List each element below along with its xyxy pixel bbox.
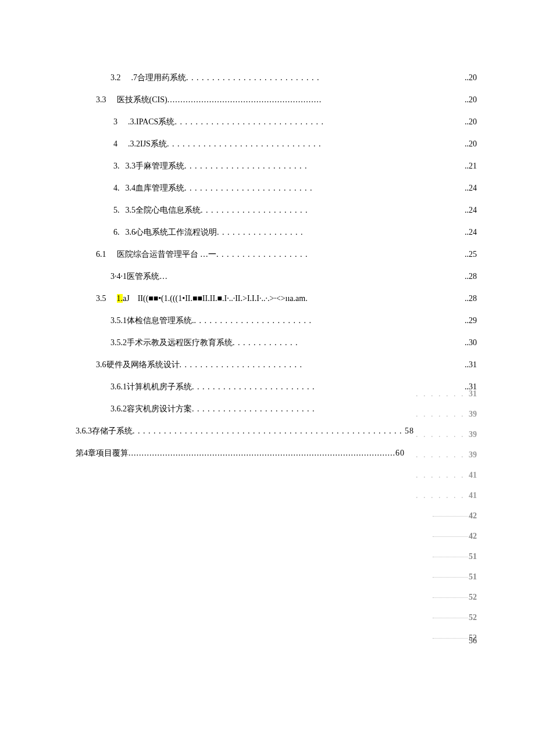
toc-title: 3.3手麻管理系统 (126, 155, 185, 177)
right-page-number: 51 (469, 552, 477, 561)
toc-title: 3.6硬件及网络系统设计 (96, 354, 180, 376)
toc-title: 3.4血库管理系统 (126, 177, 185, 199)
toc-title: 3.6.1计算机机房子系统 (110, 376, 192, 398)
toc-line: 3.6硬件及网络系统设计 . . . . . . . . . . . . . .… (76, 354, 477, 376)
right-page-item: 52 (416, 607, 477, 628)
toc-title: 3·4·1医管系统… (110, 266, 167, 288)
toc-line: 3·4·1医管系统…..28 (76, 266, 477, 288)
toc-page-number: ..24 (465, 177, 477, 199)
toc-prefix: 3.2 (110, 67, 121, 89)
toc-leader-dots: . . . . . . . . . . . . . . . . . . . . … (186, 67, 320, 89)
toc-title: .3.IPACS系统 (128, 111, 174, 133)
toc-line: 3.3.3手麻管理系统 . . . . . . . . . . . . . . … (76, 155, 477, 177)
right-page-number: 31 (469, 389, 477, 398)
toc-title: 3.5全院心电信息系统 (126, 199, 201, 221)
right-page-item: . . . . . . . 41 (416, 485, 477, 506)
leader-line-icon (433, 536, 468, 537)
leader-dots-icon: . . . . . . . (416, 471, 469, 479)
toc-prefix: 5. (113, 199, 120, 221)
toc-highlight: 1. (117, 294, 123, 303)
toc-leader-dots: ........................................… (167, 89, 322, 111)
toc-prefix: 6.1 (96, 243, 106, 266)
right-page-item: 51 (416, 567, 477, 587)
leader-line-icon (433, 577, 468, 578)
right-page-item: 52 (416, 628, 477, 648)
toc-line: 4.3.2IJS系统 . . . . . . . . . . . . . . .… (76, 133, 477, 155)
toc-title: 3.6心电系统工作流程说明 (126, 221, 217, 243)
toc-page-number: ..25 (465, 243, 477, 266)
toc-title: .3.2IJS系统 (128, 133, 167, 155)
toc-leader-dots: ........................................… (129, 442, 405, 464)
toc-leader-dots: . . . . . . . . . . . . . . . . . . . . … (184, 177, 313, 199)
leader-line-icon (433, 516, 468, 517)
toc-leader-dots: . . . . . . . . . . . . . . . . . . . . … (133, 420, 414, 442)
right-page-item: 51 (416, 546, 477, 567)
right-page-number: 51 (469, 572, 477, 581)
toc-leader-dots: . . . . . . . . . . . . . (233, 332, 298, 354)
right-page-item: 52 (416, 587, 477, 607)
toc-line: 4.3.4血库管理系统 . . . . . . . . . . . . . . … (76, 177, 477, 199)
toc-leader-dots: . . . . . . . . . . . . . . . . . . . . … (192, 398, 315, 420)
toc-leader-dots: . . . . . . . . . . . . . . . . . . . . … (201, 199, 308, 221)
leader-line-icon (433, 597, 468, 598)
leader-line-icon (433, 638, 468, 639)
toc-leader-dots: . . . . . . . . . . . . . . . . . . . . … (192, 376, 315, 398)
toc-title: 第4章项目覆算 (76, 442, 129, 464)
toc-title: aJ II((■■•(1.(((1•II.■■II.II.■.I·..·II.>… (123, 288, 308, 310)
toc-prefix: 3.3 (96, 89, 106, 111)
toc-line: 3.2.7合理用药系统. . . . . . . . . . . . . . .… (76, 67, 477, 89)
leader-line-icon (433, 618, 468, 618)
toc-page-number: ..20 (465, 111, 477, 133)
toc-leader-dots: . . . . . . . . . . . . . . . . . . . . … (180, 354, 303, 376)
leader-dots-icon: . . . . . . . (416, 410, 469, 418)
leader-dots-icon: . . . . . . . (416, 430, 469, 439)
leader-dots-icon: . . . . . . . (416, 450, 469, 459)
toc-line: 3.51.aJ II((■■•(1.(((1•II.■■II.II.■.I·..… (76, 288, 477, 310)
right-page-item: 42 (416, 506, 477, 526)
right-page-number: 39 (469, 410, 477, 418)
toc-line: 6.1医院综合运昔管理平台 …一 . . . . . . . . . . . .… (76, 243, 477, 266)
leader-line-icon (433, 557, 468, 557)
toc-title: 3.6.3存储子系统 (76, 420, 133, 442)
right-page-item: . . . . . . . 39 (416, 445, 477, 465)
toc-page-number: ..20 (465, 89, 477, 111)
right-page-number: 41 (469, 471, 477, 479)
right-page-item: . . . . . . . 39 (416, 404, 477, 424)
right-page-number: 42 (469, 532, 477, 540)
toc-page-number: ..30 (465, 332, 477, 354)
right-page-number: 52 (469, 593, 477, 601)
right-page-item: . . . . . . . 31 (416, 384, 477, 404)
right-page-number: 39 (469, 450, 477, 459)
toc-prefix: 3.5 (96, 288, 106, 310)
toc-prefix: 6. (113, 221, 120, 243)
toc-page-number: ..28 (465, 288, 477, 310)
right-page-column: . . . . . . . 31. . . . . . . 39. . . . … (416, 384, 477, 648)
toc-leader-dots: . . . . . . . . . . . . . . . . . . . . … (174, 111, 324, 133)
right-page-item: . . . . . . . 41 (416, 465, 477, 485)
toc-page-number: ..24 (465, 221, 477, 243)
toc-line: 3.3医技系统(CIS)............................… (76, 89, 477, 111)
right-page-number: 41 (469, 491, 477, 500)
toc-title: .7合理用药系统 (131, 67, 187, 89)
toc-page-number: ..20 (465, 133, 477, 155)
toc-prefix: 3. (113, 155, 120, 177)
footer-page-number: 56 (469, 636, 477, 646)
toc-page-number: ..21 (465, 155, 477, 177)
toc-page-number: ..28 (465, 266, 477, 288)
toc-line: 3.5.2手术示教及远程医疗教育系统 . . . . . . . . . . .… (76, 332, 477, 354)
toc-leader-dots: . . . . . . . . . . . . . . . . . . . . … (167, 133, 322, 155)
toc-leader-dots: . . . . . . . . . . . . . . . . . . (216, 243, 308, 266)
toc-leader-dots: . . . . . . . . . . . . . . . . . (217, 221, 304, 243)
toc-page-number: ..31 (465, 354, 477, 376)
toc-page-number: ..29 (465, 310, 477, 332)
right-page-number: 42 (469, 511, 477, 520)
toc-title: 3.6.2容灾机房设计方案 (110, 398, 192, 420)
leader-dots-icon: . . . . . . . (416, 491, 469, 500)
toc-page-number: ..24 (465, 199, 477, 221)
toc-prefix: 4 (113, 133, 117, 155)
right-page-number: 39 (469, 430, 477, 439)
toc-prefix: 4. (113, 177, 120, 199)
leader-dots-icon: . . . . . . . (416, 389, 469, 398)
toc-line: 3.5.1体检信息管理系统. . . . . . . . . . . . . .… (76, 310, 477, 332)
toc-title: 医院综合运昔管理平台 …一 (117, 243, 217, 266)
